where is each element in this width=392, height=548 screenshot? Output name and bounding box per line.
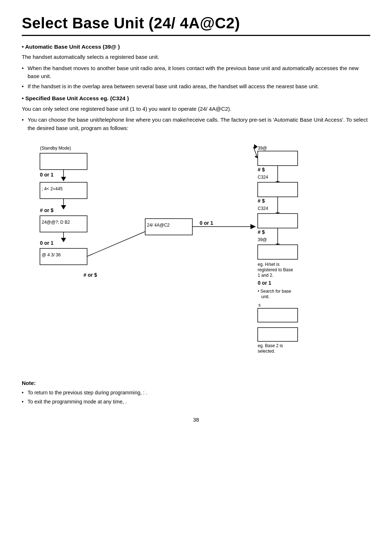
box-r3 — [258, 214, 298, 228]
section2-bullets: You can choose the base unit/telephone l… — [22, 116, 370, 132]
label-c324-1: C324 — [258, 175, 268, 180]
label-search-2: unit. — [261, 294, 270, 299]
note-title: Note: — [22, 379, 370, 387]
arrowhead-1 — [61, 177, 66, 181]
box-r1 — [258, 151, 298, 166]
arrowhead-3 — [61, 238, 66, 242]
box-r2 — [258, 182, 298, 197]
page-number: 38 — [22, 417, 370, 423]
box-r6 — [258, 328, 298, 341]
label-39at-top: 39@ — [258, 146, 267, 151]
label-eg-hset-3: 1 and 2. — [258, 273, 273, 278]
section1-heading: • Automatic Base Unit Access (39@ ) — [22, 42, 370, 51]
box-r4 — [258, 245, 298, 259]
note-section: Note: To return to the previous step dur… — [22, 376, 370, 406]
section1-bullet2: If the handset is in the overlap area be… — [22, 82, 370, 91]
label-eg-base2-2: selected. — [258, 349, 275, 354]
label-at4336: @ 4 3/ 36 — [42, 252, 61, 257]
label-eg-base2-1: eg. Base 2 is — [258, 343, 283, 348]
label-39at-r4: 39@ — [258, 237, 267, 242]
standby-label: (Standby Mode) — [40, 146, 71, 151]
label-s: s — [258, 303, 261, 308]
arrow-to-center — [87, 228, 152, 256]
section2-bullet1: You can choose the base unit/telephone l… — [22, 116, 370, 132]
arrowhead-center-right — [250, 224, 256, 229]
diagram: (Standby Mode) 0 or 1 ; 4< 2=445 # or $ … — [22, 139, 370, 365]
note-list: To return to the previous step during pr… — [22, 389, 370, 406]
label-hash-dollar-1: # or $ — [40, 207, 54, 213]
label-0or1-r: 0 or 1 — [258, 280, 271, 286]
diagram-svg: (Standby Mode) 0 or 1 ; 4< 2=445 # or $ … — [22, 139, 370, 368]
section2-heading: • Specified Base Unit Access eg. (C324 ) — [22, 94, 370, 102]
label-0or1-center: 0 or 1 — [200, 220, 213, 226]
section1: • Automatic Base Unit Access (39@ ) The … — [22, 42, 370, 90]
label-hash-dollar-r2: # $ — [258, 198, 265, 204]
label-center-main: 24/ 4A@C2 — [147, 223, 170, 228]
label-hash-dollar-r1: # $ — [258, 167, 265, 172]
label-search-1: • Search for base — [258, 289, 291, 294]
label-c324-2: C324 — [258, 206, 268, 211]
section1-bullet1: When the handset moves to another base u… — [22, 64, 370, 81]
label-eg-hset-1: eg. H/set is — [258, 262, 279, 267]
label-hash-dollar-r3: # $ — [258, 229, 265, 235]
label-24atat: 24@@?; D B2 — [42, 220, 70, 225]
box-standby — [40, 153, 87, 170]
label-0or1-2: 0 or 1 — [40, 240, 54, 246]
arrowhead-2 — [61, 205, 66, 210]
note-item-1: To return to the previous step during pr… — [22, 389, 370, 397]
label-hash-dollar-2: # or $ — [83, 272, 97, 278]
section2-para1: You can only select one registered base … — [22, 105, 370, 113]
note-item-2: To exit the programming mode at any time… — [22, 398, 370, 406]
section1-para1: The handset automatically selects a regi… — [22, 53, 370, 61]
arrowhead-r1 — [254, 144, 258, 149]
section1-bullets: When the handset moves to another base u… — [22, 64, 370, 91]
label-eg-hset-2: registered to Base — [258, 267, 293, 272]
label-4lt2: ; 4< 2=445 — [42, 186, 63, 191]
page-title: Select Base Unit (24/ 4A@C2) — [22, 15, 370, 36]
label-0or1-1: 0 or 1 — [40, 172, 54, 178]
box-r5 — [258, 308, 298, 322]
section2: • Specified Base Unit Access eg. (C324 )… — [22, 94, 370, 132]
